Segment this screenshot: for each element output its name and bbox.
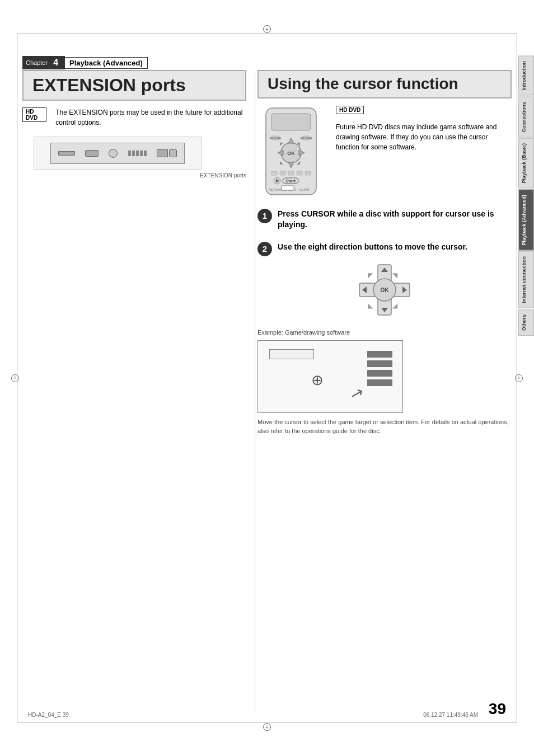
reg-mark-bottom xyxy=(263,723,271,731)
game-item-4 xyxy=(367,379,392,386)
chapter-number: 4 xyxy=(50,57,62,68)
chapter-label: Chapter 4 xyxy=(22,56,65,69)
step1-number: 1 xyxy=(257,209,272,223)
page-number: 39 xyxy=(489,700,506,718)
tab-connections[interactable]: Connections xyxy=(518,97,534,138)
svg-rect-27 xyxy=(282,186,294,190)
svg-rect-16 xyxy=(271,171,277,175)
example-label: Example: Game/drawing software xyxy=(257,329,512,336)
cursor-intro-row: OK ◤ ◥ ◣ ◢ RETURN xyxy=(257,105,512,202)
game-example-diagram: ⊕ ↗ xyxy=(257,340,403,413)
svg-text:◥: ◥ xyxy=(392,271,398,279)
device-port-r1 xyxy=(157,149,168,157)
game-item-2 xyxy=(367,360,392,367)
reg-mark-right xyxy=(515,374,523,382)
svg-text:◣: ◣ xyxy=(280,160,284,165)
svg-text:RETURN: RETURN xyxy=(270,137,282,140)
game-crosshair: ⊕ xyxy=(311,372,324,389)
device-slot-1 xyxy=(128,151,131,156)
svg-text:◣: ◣ xyxy=(368,302,373,309)
svg-rect-17 xyxy=(280,171,285,175)
extension-intro-row: HD DVD The EXTENSION ports may be used i… xyxy=(22,107,246,128)
extension-diagram-label: EXTENSION ports xyxy=(34,172,246,179)
example-desc: Move the cursor to select the game targe… xyxy=(257,417,512,436)
device-left xyxy=(58,151,75,156)
hd-dvd-badge-right: HD DVD xyxy=(336,106,364,114)
svg-text:◢: ◢ xyxy=(392,302,398,309)
right-column: Using the cursor function OK xyxy=(257,70,512,436)
chapter-word: Chapter xyxy=(26,59,48,66)
device-slot-3 xyxy=(136,151,139,156)
svg-text:REPEAT: REPEAT xyxy=(269,188,282,191)
svg-rect-19 xyxy=(297,171,302,175)
chapter-header: Chapter 4 Playback (Advanced) xyxy=(22,56,512,69)
cursor-intro-text: Future HD DVD discs may include game sof… xyxy=(336,122,512,152)
step2-number: 2 xyxy=(257,242,272,256)
cursor-title: Using the cursor function xyxy=(268,76,502,93)
svg-text:RETURN: RETURN xyxy=(301,137,312,140)
tab-introduction[interactable]: Introduction xyxy=(518,56,534,96)
tab-playback-basic[interactable]: Playback (Basic) xyxy=(518,138,534,189)
svg-text:OK: OK xyxy=(381,287,390,293)
game-toolbar xyxy=(269,349,314,359)
svg-rect-1 xyxy=(271,114,311,130)
svg-text:◤: ◤ xyxy=(368,271,373,279)
step2-text: Use the eight direction buttons to move … xyxy=(278,242,467,253)
svg-text:◥: ◥ xyxy=(297,142,301,147)
device-label xyxy=(58,151,75,156)
dpad-container: OK ◤ ◥ ◣ ◢ xyxy=(257,262,512,318)
remote-image-area: OK ◤ ◥ ◣ ◢ RETURN xyxy=(257,105,330,202)
svg-rect-18 xyxy=(288,171,294,175)
step1-section: 1 Press CURSOR while a disc with support… xyxy=(257,209,512,231)
game-pointer-icon: ↗ xyxy=(348,383,366,404)
device-slot-4 xyxy=(140,151,143,156)
remote-svg: OK ◤ ◥ ◣ ◢ RETURN xyxy=(257,105,325,200)
extension-title-box: EXTENSION ports xyxy=(22,70,246,101)
step2-header: 2 Use the eight direction buttons to mov… xyxy=(257,242,512,256)
device-circle xyxy=(109,149,118,158)
left-column: EXTENSION ports HD DVD The EXTENSION por… xyxy=(22,70,246,179)
extension-diagram-wrapper: EXTENSION ports xyxy=(34,137,246,179)
svg-text:SLOW: SLOW xyxy=(299,188,310,191)
svg-text:OK: OK xyxy=(287,151,295,156)
svg-text:Start: Start xyxy=(285,179,296,184)
extension-diagram xyxy=(34,137,202,170)
column-divider xyxy=(255,70,255,711)
device-slot-2 xyxy=(132,151,135,156)
extension-title: EXTENSION ports xyxy=(32,76,236,95)
footer-right: 06.12.27 11:49:46 AM xyxy=(423,712,478,718)
device-extension-port xyxy=(85,150,99,157)
tab-others[interactable]: Others xyxy=(518,309,534,336)
sidebar-tabs: Introduction Connections Playback (Basic… xyxy=(518,56,534,336)
svg-text:◢: ◢ xyxy=(297,160,301,165)
svg-text:◤: ◤ xyxy=(280,142,284,147)
dpad-svg: OK ◤ ◥ ◣ ◢ xyxy=(357,262,413,318)
game-item-3 xyxy=(367,370,392,377)
device-body xyxy=(50,143,185,164)
footer-left: HD-A2_04_E 39 xyxy=(28,712,69,718)
cursor-desc-area: HD DVD Future HD DVD discs may include g… xyxy=(336,105,512,202)
extension-intro-text: The EXTENSION ports may be used in the f… xyxy=(55,107,246,128)
device-slots xyxy=(128,151,147,156)
device-port-r2 xyxy=(169,149,177,157)
svg-rect-20 xyxy=(305,171,311,175)
tab-playback-advanced[interactable]: Playback (Advanced) xyxy=(518,190,534,251)
step1-text: Press CURSOR while a disc with support f… xyxy=(278,209,512,231)
reg-mark-left xyxy=(11,374,19,382)
hd-dvd-badge-left: HD DVD xyxy=(22,107,46,122)
content-area: EXTENSION ports HD DVD The EXTENSION por… xyxy=(22,70,512,711)
step2-section: 2 Use the eight direction buttons to mov… xyxy=(257,242,512,318)
hd-dvd-badge-right-wrapper: HD DVD xyxy=(336,105,512,119)
page-border-top xyxy=(17,34,517,34)
chapter-title: Playback (Advanced) xyxy=(65,57,148,69)
page-border-bottom xyxy=(17,722,517,722)
step1-header: 1 Press CURSOR while a disc with support… xyxy=(257,209,512,231)
reg-mark-top xyxy=(263,25,271,33)
game-item-1 xyxy=(367,351,392,358)
tab-internet[interactable]: Internet connection xyxy=(518,251,534,308)
device-right-ports xyxy=(157,149,177,157)
cursor-title-box: Using the cursor function xyxy=(257,70,512,98)
game-item-list xyxy=(367,351,392,386)
device-slot-5 xyxy=(144,151,147,156)
